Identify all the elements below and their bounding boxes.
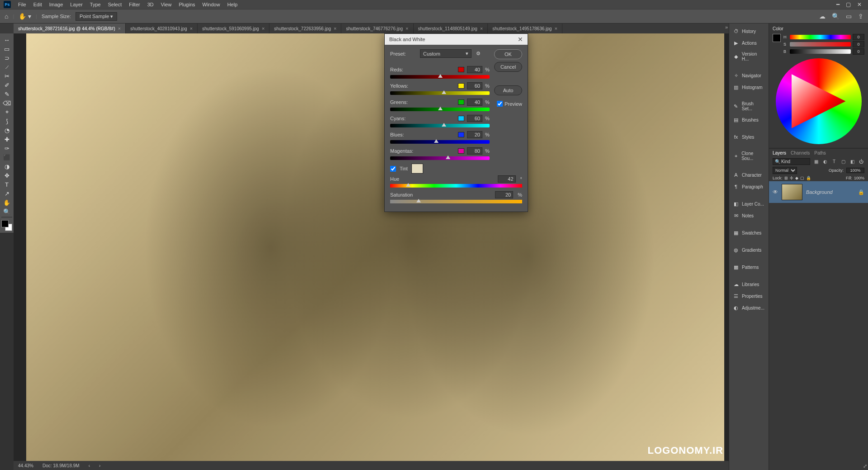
hsb-slider[interactable] — [790, 49, 851, 54]
sample-size-dropdown[interactable]: Point Sample ▾ — [75, 12, 118, 21]
document-tab[interactable]: shutterstock_1148805149.jpg× — [414, 24, 488, 33]
hsb-value[interactable]: 0 — [853, 48, 864, 55]
yellows-slider[interactable] — [390, 91, 490, 95]
menu-select[interactable]: Select — [104, 1, 126, 8]
layer-row[interactable]: 👁 Background 🔒 — [769, 181, 868, 203]
menu-file[interactable]: File — [14, 1, 30, 8]
preset-dropdown[interactable]: Custom▾ — [420, 49, 472, 58]
panel-tab-brushes[interactable]: ▤Brushes — [731, 115, 767, 125]
tool-item[interactable]: ◔ — [1, 126, 13, 135]
tab-close-icon[interactable]: × — [554, 26, 557, 31]
layer-filter-kind[interactable]: 🔍 Kind — [773, 158, 810, 165]
panel-tab-clonesou[interactable]: ⌖Clone Sou... — [731, 149, 767, 163]
cancel-button[interactable]: Cancel — [494, 62, 522, 72]
panel-tab-adjustme[interactable]: ◐Adjustme... — [731, 303, 767, 313]
color-triangle[interactable] — [792, 74, 846, 128]
panel-tab-layers[interactable]: Layers — [773, 150, 786, 155]
tool-item[interactable]: ◑ — [1, 162, 13, 171]
hue-input[interactable]: 42 — [498, 175, 516, 183]
panel-tab-histogram[interactable]: ▥Histogram — [731, 82, 767, 92]
blues-slider[interactable] — [390, 140, 490, 144]
menu-window[interactable]: Window — [199, 1, 224, 8]
panel-tab-properties[interactable]: ☰Properties — [731, 291, 767, 301]
hsb-value[interactable]: 0 — [853, 34, 864, 40]
panel-tab-swatches[interactable]: ▦Swatches — [731, 228, 767, 238]
tool-item[interactable]: ✐ — [1, 80, 13, 89]
panel-tab-actions[interactable]: ▶Actions — [731, 38, 767, 48]
panel-tab-patterns[interactable]: ▩Patterns — [731, 262, 767, 272]
tool-item[interactable]: 🔍 — [1, 207, 13, 216]
ok-button[interactable]: OK — [494, 49, 522, 59]
yellows-input[interactable]: 60 — [467, 82, 482, 89]
document-tab[interactable]: shutterstock_288721616.jpg @ 44.4% (RGB/… — [14, 24, 126, 33]
filter-pixel-icon[interactable]: ▦ — [813, 159, 819, 165]
tab-close-icon[interactable]: × — [334, 26, 336, 31]
panel-tab-gradients[interactable]: ◍Gradients — [731, 245, 767, 255]
cyans-slider[interactable] — [390, 124, 490, 127]
fill-value[interactable]: 100% — [854, 176, 864, 180]
tool-item[interactable]: ✚ — [1, 135, 13, 144]
saturation-slider[interactable] — [390, 200, 522, 203]
panel-tab-channels[interactable]: Channels — [791, 150, 810, 155]
document-tab[interactable]: shutterstock_402810943.jpg× — [126, 24, 198, 33]
tool-item[interactable]: ▭ — [1, 44, 13, 53]
menu-layer[interactable]: Layer — [66, 1, 86, 8]
tab-close-icon[interactable]: × — [118, 26, 121, 31]
tab-close-icon[interactable]: × — [262, 26, 264, 31]
tool-item[interactable]: ✑ — [1, 144, 13, 153]
panel-tab-versionh[interactable]: ◆Version H... — [731, 50, 767, 63]
opacity-value[interactable]: 100% — [846, 168, 864, 173]
menu-plugins[interactable]: Plugins — [175, 1, 198, 8]
tool-item[interactable]: ✋ — [1, 198, 13, 207]
share-icon[interactable]: ⇪ — [858, 13, 863, 20]
layer-thumbnail[interactable] — [782, 184, 802, 200]
panel-tab-libraries[interactable]: ☁Libraries — [731, 279, 767, 289]
color-wheel[interactable] — [776, 58, 862, 144]
collapse-panels-icon[interactable]: » — [725, 24, 728, 30]
layer-lock-icon[interactable]: 🔒 — [858, 189, 864, 195]
filter-toggle-icon[interactable]: ⏻ — [858, 159, 864, 165]
hsb-slider[interactable] — [790, 42, 851, 47]
tool-item[interactable]: ⟋ — [1, 62, 13, 71]
panel-tab-notes[interactable]: ✉Notes — [731, 211, 767, 221]
greens-slider[interactable] — [390, 108, 490, 111]
tool-item[interactable]: T — [1, 180, 13, 189]
close-icon[interactable]: ✕ — [857, 1, 862, 8]
menu-view[interactable]: View — [157, 1, 175, 8]
panel-tab-character[interactable]: ACharacter — [731, 170, 767, 180]
tool-item[interactable]: ⟆ — [1, 117, 13, 126]
greens-input[interactable]: 40 — [467, 99, 482, 106]
reds-slider[interactable] — [390, 75, 490, 79]
tint-checkbox[interactable] — [390, 166, 396, 172]
minimize-icon[interactable]: ━ — [836, 1, 840, 8]
filter-shape-icon[interactable]: ▢ — [840, 159, 846, 165]
foreground-swatch[interactable] — [773, 34, 781, 42]
tab-close-icon[interactable]: × — [190, 26, 193, 31]
fg-bg-swatches[interactable] — [1, 220, 12, 231]
cyans-input[interactable]: 60 — [467, 115, 482, 122]
expand-panel-icon[interactable]: ⤢ — [863, 463, 867, 469]
document-canvas[interactable] — [26, 33, 724, 461]
preview-checkbox[interactable] — [497, 101, 503, 107]
lock-position-icon[interactable]: ✢ — [790, 176, 793, 180]
visibility-icon[interactable]: 👁 — [773, 189, 778, 195]
document-tab[interactable]: shutterstock_722633956.jpg× — [269, 24, 341, 33]
hue-slider[interactable] — [390, 184, 522, 188]
active-tool-icon[interactable]: ✋ ▾ — [19, 13, 31, 20]
search-icon[interactable]: 🔍 — [832, 13, 840, 20]
filter-smart-icon[interactable]: ◧ — [849, 159, 855, 165]
lock-pixels-icon[interactable]: ◆ — [795, 176, 798, 180]
menu-image[interactable]: Image — [46, 1, 67, 8]
menu-filter[interactable]: Filter — [125, 1, 143, 8]
filter-type-icon[interactable]: T — [831, 159, 837, 165]
zoom-readout[interactable]: 44.43% — [18, 463, 33, 468]
tool-item[interactable]: ⬛ — [1, 153, 13, 162]
tool-item[interactable]: ⊃ — [1, 53, 13, 62]
tool-item[interactable]: ↗ — [1, 189, 13, 198]
panel-tab-history[interactable]: ⏱History — [731, 26, 767, 36]
maximize-icon[interactable]: ▢ — [846, 1, 851, 8]
layer-name[interactable]: Background — [806, 189, 854, 195]
tint-color-swatch[interactable] — [411, 164, 423, 174]
lock-all-icon[interactable]: ⊞ — [784, 176, 788, 180]
menu-3d[interactable]: 3D — [144, 1, 157, 8]
